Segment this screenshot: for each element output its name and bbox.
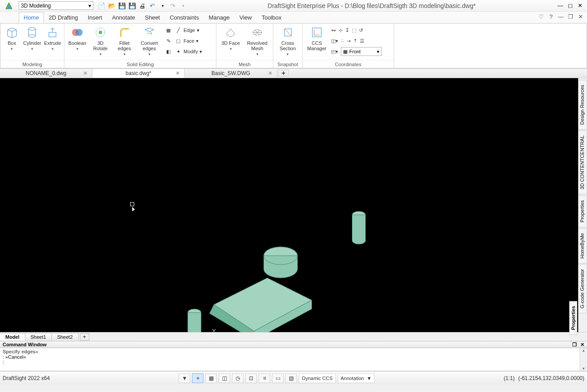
side-properties[interactable]: Properties — [578, 195, 587, 227]
sheet-2[interactable]: Sheet2 — [52, 333, 79, 341]
workspace-dropdown[interactable]: 3D Modeling ▾ — [19, 1, 93, 10]
save-icon[interactable]: 💾 — [118, 2, 125, 9]
sb-qinput-icon[interactable]: ▤ — [285, 373, 297, 383]
ccs-3pt-icon[interactable]: ∴ — [341, 36, 344, 46]
sb-etrack-icon[interactable]: ≡ — [259, 373, 270, 383]
small-edit-1[interactable]: ▦ — [165, 25, 172, 35]
side-3d-contentcentral[interactable]: 3D CONTENTCENTRAL — [578, 131, 587, 194]
ccs-view-icon[interactable]: ⬚ — [352, 25, 356, 35]
revolved-mesh-button[interactable]: Revolved Mesh▾ — [245, 25, 270, 56]
side-gcode[interactable]: G-code Generator — [578, 264, 587, 313]
tab-2d-drafting[interactable]: 2D Drafting — [44, 12, 83, 23]
sb-dynamic-ccs[interactable]: Dynamic CCS — [299, 373, 335, 383]
sb-annotation[interactable]: Annotation ▼ — [338, 373, 375, 383]
tab-constraints[interactable]: Constraints — [165, 12, 204, 23]
3d-rotate-button[interactable]: 3D Rotate▾ — [90, 25, 111, 56]
sheet-model[interactable]: Model — [0, 333, 25, 341]
ccs-view-dropdown[interactable]: ▦ Front ▾ — [341, 47, 382, 56]
ccs-y-icon[interactable]: ⇡ — [353, 36, 357, 46]
svg-point-7 — [99, 31, 102, 34]
chevron-down-icon: ▾ — [88, 3, 91, 9]
sb-ortho-icon[interactable]: ◫ — [219, 373, 230, 383]
new-icon[interactable]: 📄 — [98, 2, 105, 9]
side-homebyme[interactable]: HomeByMe — [578, 228, 587, 263]
mdi-restore-icon[interactable]: ❐ — [567, 13, 574, 20]
sb-grid-icon[interactable]: ▦ — [205, 373, 217, 383]
close-tab-icon[interactable]: ✕ — [176, 70, 180, 76]
tab-home[interactable]: Home — [19, 12, 44, 23]
convert-edges-button[interactable]: Convert edges▾ — [138, 25, 160, 56]
status-bar: DraftSight 2022 x64 ▼ ⌖ ▦ ◫ ◷ ⊡ ≡ ▭ ▤ Dy… — [0, 371, 587, 384]
app-title: DraftSight Enterprise Plus - D:\Blog fil… — [187, 2, 557, 9]
ccs-manager-button[interactable]: CCS Manager — [305, 25, 328, 51]
viewport-3d[interactable]: Y X Z — [0, 78, 578, 332]
document-tabs: NONAME_0.dwg✕ basic.dwg*✕ Basic_SW.DWG✕ … — [0, 68, 587, 78]
open-icon[interactable]: 📂 — [108, 2, 115, 9]
ccs-x-icon[interactable]: ⇢ — [347, 36, 351, 46]
print-icon[interactable]: 🖨 — [139, 2, 146, 9]
cmd-restore-icon[interactable]: ❐ — [572, 342, 577, 347]
extrude-button[interactable]: Extrude▾ — [44, 25, 61, 51]
sb-polar-icon[interactable]: ◷ — [232, 373, 244, 383]
redo-icon[interactable]: ↷ — [169, 2, 176, 9]
doc-tab-basicsw[interactable]: Basic_SW.DWG✕ — [185, 69, 277, 78]
doc-tab-basic[interactable]: basic.dwg*✕ — [92, 69, 185, 78]
svg-rect-11 — [131, 202, 134, 206]
modify-button[interactable]: ✦Modify▾ — [175, 47, 202, 56]
side-properties-active[interactable]: Properties — [569, 301, 577, 335]
3d-face-button[interactable]: 3D Face▾ — [219, 25, 242, 51]
add-tab-button[interactable]: + — [278, 70, 289, 77]
ccs-world-icon[interactable]: ⌖▾ — [331, 25, 336, 35]
ccs-entity-icon[interactable]: ◰▾ — [331, 47, 338, 56]
ccs-prev-icon[interactable]: ↺ — [359, 25, 363, 35]
panel-snapshot-label: Snapshot — [273, 60, 302, 68]
sheet-1[interactable]: Sheet1 — [25, 333, 52, 341]
sb-lwt-icon[interactable]: ▭ — [272, 373, 284, 383]
tab-insert[interactable]: Insert — [83, 12, 107, 23]
redo-dd-icon[interactable]: ▾ — [180, 2, 187, 9]
cylinder-button[interactable]: Cylinder▾ — [23, 25, 41, 51]
box-button[interactable]: Box▾ — [3, 25, 20, 51]
help-icon[interactable]: ? — [548, 13, 554, 20]
ccs-named-icon[interactable]: ☰ — [360, 36, 364, 46]
tab-manage[interactable]: Manage — [204, 12, 235, 23]
tab-annotate[interactable]: Annotate — [107, 12, 140, 23]
heart-icon[interactable]: ♡ — [538, 13, 544, 20]
face-button[interactable]: ▢Face▾ — [175, 36, 202, 46]
cmd-close-icon[interactable]: ✕ — [580, 342, 584, 347]
mdi-minimize-icon[interactable]: — — [558, 13, 564, 20]
workspace-label: 3D Modeling — [21, 3, 51, 9]
sb-esnap-icon[interactable]: ⊡ — [245, 373, 257, 383]
add-sheet-button[interactable]: + — [80, 333, 89, 341]
close-tab-icon[interactable]: ✕ — [268, 70, 272, 76]
saveall-icon[interactable]: 💾 — [128, 2, 136, 9]
product-label: DraftSight 2022 x64 — [3, 375, 50, 381]
panel-mesh-label: Mesh — [216, 60, 273, 68]
ccs-face-icon[interactable]: ◫▾ — [331, 36, 338, 46]
ccs-z-icon[interactable]: ↧ — [345, 25, 349, 35]
maximize-icon[interactable]: ◻ — [567, 2, 574, 9]
app-logo — [2, 0, 16, 11]
small-edit-3[interactable]: ◧ — [165, 47, 172, 56]
minimize-icon[interactable]: — — [557, 2, 564, 9]
cross-section-button[interactable]: Cross Section▾ — [276, 25, 299, 56]
small-edit-2[interactable]: ✎ — [165, 36, 172, 46]
close-icon[interactable]: ✕ — [576, 2, 583, 9]
undo-dd-icon[interactable]: ▾ — [159, 2, 166, 9]
tab-view[interactable]: View — [235, 12, 257, 23]
command-window-body[interactable]: Specify edges» : «Cancel» : ▴▾ — [0, 348, 587, 371]
mdi-close-icon[interactable]: ✕ — [577, 13, 583, 20]
boolean-button[interactable]: Boolean▾ — [67, 25, 88, 51]
sb-filter-icon[interactable]: ▼ — [179, 373, 190, 383]
side-design-resources[interactable]: Design Resources — [578, 80, 587, 130]
close-tab-icon[interactable]: ✕ — [83, 70, 88, 76]
cmd-scrollbar[interactable]: ▴▾ — [579, 348, 587, 371]
doc-tab-noname[interactable]: NONAME_0.dwg✕ — [0, 69, 92, 78]
undo-icon[interactable]: ↶ — [149, 2, 156, 9]
tab-sheet[interactable]: Sheet — [140, 12, 165, 23]
sb-snap-icon[interactable]: ⌖ — [192, 373, 204, 383]
fillet-edges-button[interactable]: Fillet edges▾ — [113, 25, 136, 56]
ccs-origin-icon[interactable]: ⊹ — [339, 25, 343, 35]
edge-button[interactable]: ╱Edge▾ — [175, 25, 202, 35]
tab-toolbox[interactable]: Toolbox — [257, 12, 287, 23]
